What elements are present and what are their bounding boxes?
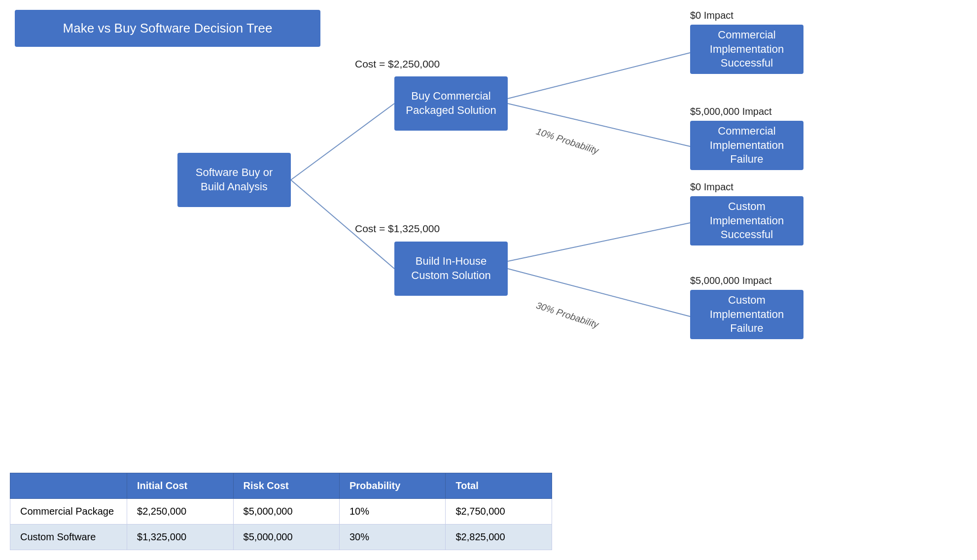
row-custom-prob: 30% [340,525,446,550]
buy-commercial-node: Buy CommercialPackaged Solution [394,76,508,131]
summary-table: Initial Cost Risk Cost Probability Total… [10,473,552,550]
custom-cost-label: Cost = $1,325,000 [355,223,440,235]
row-commercial-initial: $2,250,000 [127,499,233,525]
title-text: Make vs Buy Software Decision Tree [63,21,273,35]
col-header-name [10,473,127,499]
comm-success-impact: $0 Impact [690,10,733,21]
row-custom-total: $2,825,000 [446,525,552,550]
build-inhouse-node: Build In-HouseCustom Solution [394,242,508,296]
table-row-commercial: Commercial Package $2,250,000 $5,000,000… [10,499,552,525]
comm-failure-impact: $5,000,000 Impact [690,106,772,117]
summary-table-container: Initial Cost Risk Cost Probability Total… [10,473,552,550]
comm-success-node: CommercialImplementationSuccessful [690,25,803,74]
col-header-initial-cost: Initial Cost [127,473,233,499]
row-commercial-risk: $5,000,000 [233,499,339,525]
table-row-custom: Custom Software $1,325,000 $5,000,000 30… [10,525,552,550]
row-commercial-total: $2,750,000 [446,499,552,525]
commercial-probability-label: 10% Probability [535,126,600,157]
custom-failure-node: CustomImplementationFailure [690,290,803,339]
row-custom-name: Custom Software [10,525,127,550]
col-header-risk-cost: Risk Cost [233,473,339,499]
commercial-cost-label: Cost = $2,250,000 [355,58,440,70]
custom-failure-label: CustomImplementationFailure [710,293,784,336]
buy-commercial-label: Buy CommercialPackaged Solution [406,89,496,117]
row-commercial-prob: 10% [340,499,446,525]
row-commercial-name: Commercial Package [10,499,127,525]
custom-success-label: CustomImplementationSuccessful [710,200,784,242]
custom-success-impact: $0 Impact [690,181,733,193]
comm-success-label: CommercialImplementationSuccessful [710,28,784,70]
decision-tree-lines [0,0,977,419]
row-custom-initial: $1,325,000 [127,525,233,550]
comm-failure-label: CommercialImplementationFailure [710,124,784,167]
svg-line-3 [508,104,690,146]
custom-success-node: CustomImplementationSuccessful [690,196,803,245]
svg-line-4 [508,223,690,261]
svg-line-2 [508,53,690,99]
root-node-label: Software Buy orBuild Analysis [196,166,273,194]
custom-probability-label: 30% Probability [535,300,600,331]
svg-line-0 [291,104,394,180]
col-header-probability: Probability [340,473,446,499]
root-node: Software Buy orBuild Analysis [177,153,291,207]
build-inhouse-label: Build In-HouseCustom Solution [411,254,490,282]
row-custom-risk: $5,000,000 [233,525,339,550]
title-box: Make vs Buy Software Decision Tree [15,10,320,47]
custom-failure-impact: $5,000,000 Impact [690,275,772,286]
col-header-total: Total [446,473,552,499]
comm-failure-node: CommercialImplementationFailure [690,121,803,170]
